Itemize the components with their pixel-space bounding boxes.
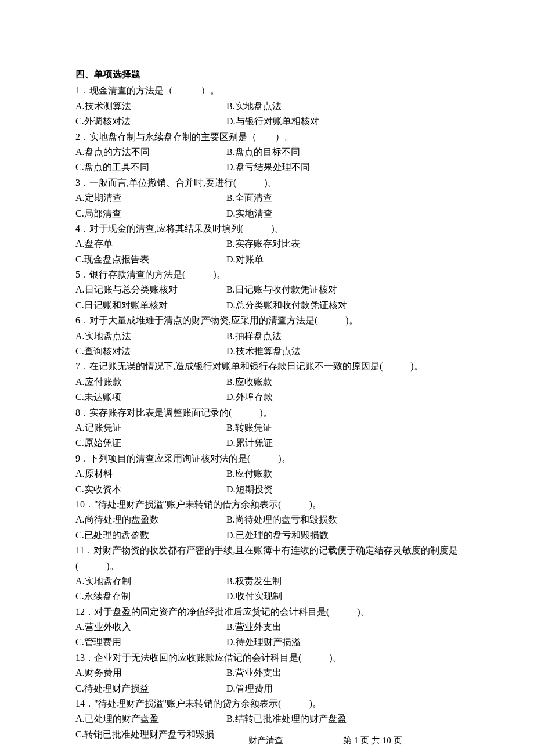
question-stem: 12．对于盘盈的固定资产的净值经批准后应贷记的会计科目是( )。 bbox=[75, 604, 464, 620]
option-b: B.日记账与收付款凭证核对 bbox=[226, 282, 459, 297]
question-9: 9．下列项目的清查应采用询证核对法的是( )。 A.原材料 B.应付账款 C.实… bbox=[75, 451, 464, 497]
option-d: D.总分类账和收付款凭证核对 bbox=[226, 298, 459, 313]
option-b: B.应收账款 bbox=[226, 375, 459, 390]
question-stem: 2．实地盘存制与永续盘存制的主要区别是（ ）。 bbox=[75, 129, 464, 145]
question-11: 11．对财产物资的收发都有严密的手续,且在账簿中有连续的记载便于确定结存灵敏度的… bbox=[75, 543, 464, 604]
option-row: A.实地盘存制 B.权责发生制 bbox=[75, 574, 464, 589]
option-d: D.已处理的盘亏和毁损数 bbox=[226, 528, 459, 543]
option-row: A.已处理的财产盘盈 B.结转已批准处理的财产盘盈 bbox=[75, 711, 464, 726]
option-row: A.记账凭证 B.转账凭证 bbox=[75, 420, 464, 435]
option-row: A.营业外收入 B.营业外支出 bbox=[75, 620, 464, 635]
question-stem: 4．对于现金的清查,应将其结果及时填列( )。 bbox=[75, 221, 464, 236]
option-c: C.局部清查 bbox=[75, 206, 226, 221]
option-row: C.管理费用 D.待处理财产损溢 bbox=[75, 635, 464, 650]
question-stem: 11．对财产物资的收发都有严密的手续,且在账簿中有连续的记载便于确定结存灵敏度的… bbox=[75, 543, 464, 574]
option-a: A.财务费用 bbox=[75, 665, 226, 681]
option-row: C.查询核对法 D.技术推算盘点法 bbox=[75, 344, 464, 359]
option-a: A.原材料 bbox=[75, 466, 226, 481]
question-13: 13．企业对于无法收回的应收账款应借记的会计科目是( )。 A.财务费用 B.营… bbox=[75, 650, 464, 696]
option-row: C.永续盘存制 D.收付实现制 bbox=[75, 589, 464, 604]
question-stem: 3．一般而言,单位撤销、合并时,要进行( )。 bbox=[75, 175, 464, 190]
option-row: C.盘点的工具不同 D.盘亏结果处理不同 bbox=[75, 160, 464, 175]
option-row: A.尚待处理的盘盈数 B.尚待处理的盘亏和毁损数 bbox=[75, 512, 464, 527]
question-stem: 1．现金清查的方法是（ ）。 bbox=[75, 83, 464, 98]
option-c: C.原始凭证 bbox=[75, 435, 226, 451]
option-row: A.定期清查 B.全面清查 bbox=[75, 190, 464, 206]
option-row: A.实地盘点法 B.抽样盘点法 bbox=[75, 329, 464, 344]
option-a: A.盘存单 bbox=[75, 236, 226, 251]
option-b: B.转账凭证 bbox=[226, 420, 459, 435]
question-10: 10．"待处理财产损溢"账户未转销的借方余额表示( )。 A.尚待处理的盘盈数 … bbox=[75, 497, 464, 543]
option-c: C.盘点的工具不同 bbox=[75, 160, 226, 175]
option-a: A.技术测算法 bbox=[75, 99, 226, 114]
question-stem: 5．银行存款清查的方法是( )。 bbox=[75, 267, 464, 282]
question-5: 5．银行存款清查的方法是( )。 A.日记账与总分类账核对 B.日记账与收付款凭… bbox=[75, 267, 464, 313]
option-a: A.记账凭证 bbox=[75, 420, 226, 435]
question-4: 4．对于现金的清查,应将其结果及时填列( )。 A.盘存单 B.实存账存对比表 … bbox=[75, 221, 464, 267]
question-2: 2．实地盘存制与永续盘存制的主要区别是（ ）。 A.盘点的方法不同 B.盘点的目… bbox=[75, 129, 464, 175]
option-row: C.日记账和对账单核对 D.总分类账和收付款凭证核对 bbox=[75, 298, 464, 313]
footer-left: 财产清查 bbox=[132, 733, 341, 748]
option-b: B.盘点的目标不同 bbox=[226, 145, 459, 160]
question-stem: 10．"待处理财产损溢"账户未转销的借方余额表示( )。 bbox=[75, 497, 464, 512]
option-c: C.现金盘点报告表 bbox=[75, 252, 226, 267]
option-row: A.财务费用 B.营业外支出 bbox=[75, 665, 464, 681]
option-a: A.盘点的方法不同 bbox=[75, 145, 226, 160]
option-b: B.实存账存对比表 bbox=[226, 236, 459, 251]
option-row: C.现金盘点报告表 D.对账单 bbox=[75, 252, 464, 267]
option-d: D.管理费用 bbox=[226, 681, 459, 696]
document-page: 四、单项选择题 1．现金清查的方法是（ ）。 A.技术测算法 B.实地盘点法 C… bbox=[0, 0, 534, 756]
question-stem: 6．对于大量成堆难于清点的财产物资,应采用的清查方法是( )。 bbox=[75, 313, 464, 328]
option-a: A.应付账款 bbox=[75, 375, 226, 390]
option-row: A.日记账与总分类账核对 B.日记账与收付款凭证核对 bbox=[75, 282, 464, 297]
option-a: A.尚待处理的盘盈数 bbox=[75, 512, 226, 527]
option-d: D.待处理财产损溢 bbox=[226, 635, 459, 650]
option-c: C.未达账项 bbox=[75, 390, 226, 405]
question-stem: 9．下列项目的清查应采用询证核对法的是( )。 bbox=[75, 451, 464, 466]
option-a: A.实地盘存制 bbox=[75, 574, 226, 589]
option-d: D.实地清查 bbox=[226, 206, 459, 221]
option-row: A.技术测算法 B.实地盘点法 bbox=[75, 99, 464, 114]
option-row: C.局部清查 D.实地清查 bbox=[75, 206, 464, 221]
option-b: B.权责发生制 bbox=[226, 574, 459, 589]
option-d: D.累计凭证 bbox=[226, 435, 459, 451]
option-c: C.待处理财产损益 bbox=[75, 681, 226, 696]
option-c: C.查询核对法 bbox=[75, 344, 226, 359]
option-b: B.尚待处理的盘亏和毁损数 bbox=[226, 512, 459, 527]
option-row: A.应付账款 B.应收账款 bbox=[75, 375, 464, 390]
option-row: C.已处理的盘盈数 D.已处理的盘亏和毁损数 bbox=[75, 528, 464, 543]
question-7: 7．在记账无误的情况下,造成银行对账单和银行存款日记账不一致的原因是( )。 A… bbox=[75, 359, 464, 405]
option-row: C.未达账项 D.外埠存款 bbox=[75, 390, 464, 405]
question-stem: 7．在记账无误的情况下,造成银行对账单和银行存款日记账不一致的原因是( )。 bbox=[75, 359, 464, 374]
question-stem: 8．实存账存对比表是调整账面记录的( )。 bbox=[75, 405, 464, 420]
option-b: B.营业外支出 bbox=[226, 665, 459, 681]
option-row: A.盘存单 B.实存账存对比表 bbox=[75, 236, 464, 251]
option-b: B.结转已批准处理的财产盘盈 bbox=[226, 711, 459, 726]
question-8: 8．实存账存对比表是调整账面记录的( )。 A.记账凭证 B.转账凭证 C.原始… bbox=[75, 405, 464, 451]
question-3: 3．一般而言,单位撤销、合并时,要进行( )。 A.定期清查 B.全面清查 C.… bbox=[75, 175, 464, 221]
option-d: D.技术推算盘点法 bbox=[226, 344, 459, 359]
option-c: C.已处理的盘盈数 bbox=[75, 528, 226, 543]
option-a: A.已处理的财产盘盈 bbox=[75, 711, 226, 726]
option-c: C.实收资本 bbox=[75, 482, 226, 497]
option-b: B.应付账款 bbox=[226, 466, 459, 481]
page-footer: 财产清查 第 1 页 共 10 页 bbox=[0, 733, 534, 748]
option-c: C.外调核对法 bbox=[75, 114, 226, 129]
option-d: D.外埠存款 bbox=[226, 390, 459, 405]
section-title: 四、单项选择题 bbox=[75, 67, 464, 82]
option-c: C.日记账和对账单核对 bbox=[75, 298, 226, 313]
option-d: D.与银行对账单相核对 bbox=[226, 114, 459, 129]
option-a: A.日记账与总分类账核对 bbox=[75, 282, 226, 297]
question-6: 6．对于大量成堆难于清点的财产物资,应采用的清查方法是( )。 A.实地盘点法 … bbox=[75, 313, 464, 359]
option-row: C.待处理财产损益 D.管理费用 bbox=[75, 681, 464, 696]
option-b: B.全面清查 bbox=[226, 190, 459, 206]
option-row: C.外调核对法 D.与银行对账单相核对 bbox=[75, 114, 464, 129]
option-a: A.定期清查 bbox=[75, 190, 226, 206]
option-row: C.原始凭证 D.累计凭证 bbox=[75, 435, 464, 451]
footer-right: 第 1 页 共 10 页 bbox=[343, 733, 402, 748]
option-b: B.抽样盘点法 bbox=[226, 329, 459, 344]
question-12: 12．对于盘盈的固定资产的净值经批准后应贷记的会计科目是( )。 A.营业外收入… bbox=[75, 604, 464, 650]
question-1: 1．现金清查的方法是（ ）。 A.技术测算法 B.实地盘点法 C.外调核对法 D… bbox=[75, 83, 464, 129]
option-row: C.实收资本 D.短期投资 bbox=[75, 482, 464, 497]
option-d: D.盘亏结果处理不同 bbox=[226, 160, 459, 175]
